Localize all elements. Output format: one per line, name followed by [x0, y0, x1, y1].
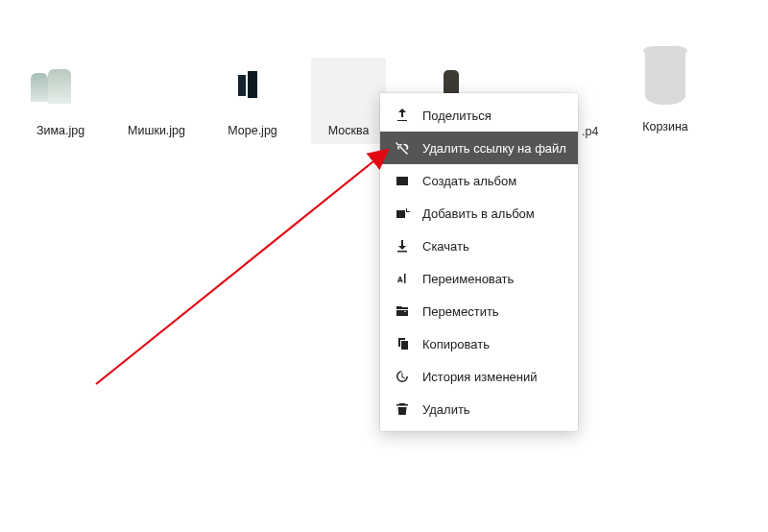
trash-label: Корзина [642, 119, 688, 134]
copy-icon [394, 335, 411, 352]
thumbnail-image [27, 63, 94, 109]
history-icon [394, 368, 411, 385]
menu-label: Создать альбом [422, 174, 516, 188]
thumbnail-image [315, 63, 382, 109]
file-label: Москва [328, 123, 370, 138]
svg-line-0 [96, 150, 388, 384]
file-item-moskva[interactable]: Москва [311, 58, 386, 144]
menu-item-rename[interactable]: Переименовать [380, 262, 578, 295]
unlink-icon [394, 139, 411, 157]
album-create-icon [394, 172, 411, 189]
download-icon [394, 237, 411, 254]
menu-item-delete[interactable]: Удалить [380, 393, 578, 425]
menu-label: Переименовать [422, 272, 514, 286]
context-menu: Поделиться Удалить ссылку на файл Создат… [380, 93, 578, 431]
menu-label: История изменений [422, 370, 538, 384]
file-item-mishki[interactable]: Мишки.jpg [119, 58, 194, 144]
menu-item-share[interactable]: Поделиться [380, 99, 578, 132]
thumbnail-image [123, 63, 190, 109]
file-item-zima[interactable]: Зима.jpg [23, 58, 98, 144]
trash-icon [643, 46, 687, 106]
menu-label: Удалить ссылку на файл [422, 141, 566, 156]
menu-label: Переместить [422, 304, 499, 319]
delete-icon [394, 400, 411, 418]
file-label: Мишки.jpg [128, 123, 185, 138]
thumbnail-image [219, 63, 286, 109]
menu-item-download[interactable]: Скачать [380, 230, 578, 262]
menu-item-copy[interactable]: Копировать [380, 327, 578, 360]
menu-item-remove-link[interactable]: Удалить ссылку на файл [380, 132, 578, 164]
file-label-partial: .p4 [582, 125, 598, 138]
menu-item-create-album[interactable]: Создать альбом [380, 164, 578, 197]
menu-item-add-to-album[interactable]: Добавить в альбом [380, 197, 578, 230]
menu-item-history[interactable]: История изменений [380, 360, 578, 393]
rename-icon [394, 270, 411, 287]
share-icon [394, 107, 411, 124]
menu-label: Удалить [422, 402, 470, 417]
file-item-more[interactable]: Море.jpg [215, 58, 290, 144]
move-icon [394, 302, 411, 320]
menu-item-move[interactable]: Переместить [380, 295, 578, 327]
album-add-icon [394, 205, 411, 222]
menu-label: Копировать [422, 337, 490, 351]
menu-label: Добавить в альбом [422, 206, 535, 221]
file-label: Зима.jpg [36, 123, 84, 138]
menu-label: Поделиться [422, 109, 492, 123]
menu-label: Скачать [422, 239, 469, 254]
trash-item[interactable]: Корзина [628, 46, 703, 134]
file-label: Море.jpg [228, 123, 277, 138]
